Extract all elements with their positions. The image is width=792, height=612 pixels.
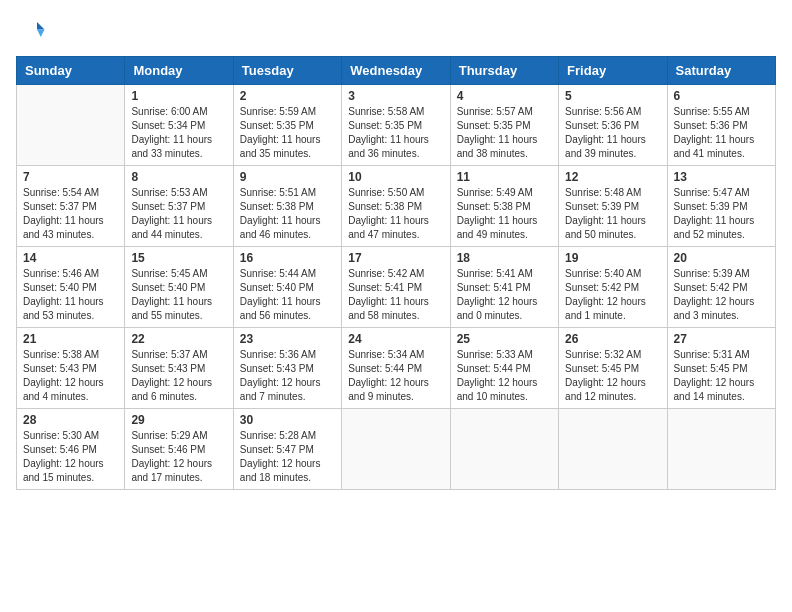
svg-marker-0 bbox=[37, 22, 45, 30]
calendar-cell: 25 Sunrise: 5:33 AMSunset: 5:44 PMDaylig… bbox=[450, 328, 558, 409]
day-info: Sunrise: 5:50 AMSunset: 5:38 PMDaylight:… bbox=[348, 186, 443, 242]
day-number: 9 bbox=[240, 170, 335, 184]
calendar-cell bbox=[559, 409, 667, 490]
day-info: Sunrise: 5:56 AMSunset: 5:36 PMDaylight:… bbox=[565, 105, 660, 161]
calendar-cell: 10 Sunrise: 5:50 AMSunset: 5:38 PMDaylig… bbox=[342, 166, 450, 247]
calendar-cell: 24 Sunrise: 5:34 AMSunset: 5:44 PMDaylig… bbox=[342, 328, 450, 409]
svg-marker-1 bbox=[37, 30, 45, 38]
day-number: 29 bbox=[131, 413, 226, 427]
day-number: 25 bbox=[457, 332, 552, 346]
calendar-cell: 28 Sunrise: 5:30 AMSunset: 5:46 PMDaylig… bbox=[17, 409, 125, 490]
day-info: Sunrise: 5:54 AMSunset: 5:37 PMDaylight:… bbox=[23, 186, 118, 242]
week-row-5: 28 Sunrise: 5:30 AMSunset: 5:46 PMDaylig… bbox=[17, 409, 776, 490]
day-info: Sunrise: 5:29 AMSunset: 5:46 PMDaylight:… bbox=[131, 429, 226, 485]
day-info: Sunrise: 5:47 AMSunset: 5:39 PMDaylight:… bbox=[674, 186, 769, 242]
day-number: 3 bbox=[348, 89, 443, 103]
day-number: 2 bbox=[240, 89, 335, 103]
weekday-header-wednesday: Wednesday bbox=[342, 57, 450, 85]
day-number: 13 bbox=[674, 170, 769, 184]
calendar-cell: 2 Sunrise: 5:59 AMSunset: 5:35 PMDayligh… bbox=[233, 85, 341, 166]
calendar-cell: 4 Sunrise: 5:57 AMSunset: 5:35 PMDayligh… bbox=[450, 85, 558, 166]
day-info: Sunrise: 5:32 AMSunset: 5:45 PMDaylight:… bbox=[565, 348, 660, 404]
day-info: Sunrise: 5:34 AMSunset: 5:44 PMDaylight:… bbox=[348, 348, 443, 404]
day-info: Sunrise: 5:49 AMSunset: 5:38 PMDaylight:… bbox=[457, 186, 552, 242]
page-header bbox=[16, 16, 776, 46]
calendar-cell: 16 Sunrise: 5:44 AMSunset: 5:40 PMDaylig… bbox=[233, 247, 341, 328]
weekday-header-monday: Monday bbox=[125, 57, 233, 85]
day-info: Sunrise: 5:31 AMSunset: 5:45 PMDaylight:… bbox=[674, 348, 769, 404]
day-number: 1 bbox=[131, 89, 226, 103]
day-info: Sunrise: 5:55 AMSunset: 5:36 PMDaylight:… bbox=[674, 105, 769, 161]
day-number: 10 bbox=[348, 170, 443, 184]
weekday-header-row: SundayMondayTuesdayWednesdayThursdayFrid… bbox=[17, 57, 776, 85]
day-number: 11 bbox=[457, 170, 552, 184]
calendar-cell: 9 Sunrise: 5:51 AMSunset: 5:38 PMDayligh… bbox=[233, 166, 341, 247]
week-row-3: 14 Sunrise: 5:46 AMSunset: 5:40 PMDaylig… bbox=[17, 247, 776, 328]
day-info: Sunrise: 5:37 AMSunset: 5:43 PMDaylight:… bbox=[131, 348, 226, 404]
day-number: 17 bbox=[348, 251, 443, 265]
day-info: Sunrise: 5:45 AMSunset: 5:40 PMDaylight:… bbox=[131, 267, 226, 323]
day-info: Sunrise: 5:40 AMSunset: 5:42 PMDaylight:… bbox=[565, 267, 660, 323]
calendar-cell: 20 Sunrise: 5:39 AMSunset: 5:42 PMDaylig… bbox=[667, 247, 775, 328]
day-info: Sunrise: 5:44 AMSunset: 5:40 PMDaylight:… bbox=[240, 267, 335, 323]
calendar-cell: 22 Sunrise: 5:37 AMSunset: 5:43 PMDaylig… bbox=[125, 328, 233, 409]
logo bbox=[16, 16, 50, 46]
weekday-header-sunday: Sunday bbox=[17, 57, 125, 85]
day-info: Sunrise: 5:41 AMSunset: 5:41 PMDaylight:… bbox=[457, 267, 552, 323]
calendar-cell: 17 Sunrise: 5:42 AMSunset: 5:41 PMDaylig… bbox=[342, 247, 450, 328]
day-number: 20 bbox=[674, 251, 769, 265]
calendar-cell bbox=[450, 409, 558, 490]
calendar-cell: 30 Sunrise: 5:28 AMSunset: 5:47 PMDaylig… bbox=[233, 409, 341, 490]
week-row-4: 21 Sunrise: 5:38 AMSunset: 5:43 PMDaylig… bbox=[17, 328, 776, 409]
calendar-cell: 3 Sunrise: 5:58 AMSunset: 5:35 PMDayligh… bbox=[342, 85, 450, 166]
day-info: Sunrise: 5:38 AMSunset: 5:43 PMDaylight:… bbox=[23, 348, 118, 404]
day-number: 26 bbox=[565, 332, 660, 346]
day-number: 4 bbox=[457, 89, 552, 103]
day-info: Sunrise: 5:33 AMSunset: 5:44 PMDaylight:… bbox=[457, 348, 552, 404]
calendar-cell: 13 Sunrise: 5:47 AMSunset: 5:39 PMDaylig… bbox=[667, 166, 775, 247]
day-number: 12 bbox=[565, 170, 660, 184]
day-info: Sunrise: 5:48 AMSunset: 5:39 PMDaylight:… bbox=[565, 186, 660, 242]
day-number: 18 bbox=[457, 251, 552, 265]
weekday-header-friday: Friday bbox=[559, 57, 667, 85]
day-number: 28 bbox=[23, 413, 118, 427]
calendar-cell: 6 Sunrise: 5:55 AMSunset: 5:36 PMDayligh… bbox=[667, 85, 775, 166]
day-info: Sunrise: 5:51 AMSunset: 5:38 PMDaylight:… bbox=[240, 186, 335, 242]
day-number: 21 bbox=[23, 332, 118, 346]
day-info: Sunrise: 5:53 AMSunset: 5:37 PMDaylight:… bbox=[131, 186, 226, 242]
calendar-cell: 19 Sunrise: 5:40 AMSunset: 5:42 PMDaylig… bbox=[559, 247, 667, 328]
calendar-table: SundayMondayTuesdayWednesdayThursdayFrid… bbox=[16, 56, 776, 490]
weekday-header-saturday: Saturday bbox=[667, 57, 775, 85]
calendar-cell: 12 Sunrise: 5:48 AMSunset: 5:39 PMDaylig… bbox=[559, 166, 667, 247]
day-info: Sunrise: 6:00 AMSunset: 5:34 PMDaylight:… bbox=[131, 105, 226, 161]
day-number: 19 bbox=[565, 251, 660, 265]
calendar-cell: 1 Sunrise: 6:00 AMSunset: 5:34 PMDayligh… bbox=[125, 85, 233, 166]
day-number: 14 bbox=[23, 251, 118, 265]
calendar-cell bbox=[667, 409, 775, 490]
day-info: Sunrise: 5:28 AMSunset: 5:47 PMDaylight:… bbox=[240, 429, 335, 485]
calendar-cell: 15 Sunrise: 5:45 AMSunset: 5:40 PMDaylig… bbox=[125, 247, 233, 328]
calendar-cell: 18 Sunrise: 5:41 AMSunset: 5:41 PMDaylig… bbox=[450, 247, 558, 328]
calendar-cell: 5 Sunrise: 5:56 AMSunset: 5:36 PMDayligh… bbox=[559, 85, 667, 166]
day-info: Sunrise: 5:36 AMSunset: 5:43 PMDaylight:… bbox=[240, 348, 335, 404]
calendar-cell: 23 Sunrise: 5:36 AMSunset: 5:43 PMDaylig… bbox=[233, 328, 341, 409]
day-number: 5 bbox=[565, 89, 660, 103]
calendar-cell: 14 Sunrise: 5:46 AMSunset: 5:40 PMDaylig… bbox=[17, 247, 125, 328]
day-info: Sunrise: 5:59 AMSunset: 5:35 PMDaylight:… bbox=[240, 105, 335, 161]
calendar-cell: 27 Sunrise: 5:31 AMSunset: 5:45 PMDaylig… bbox=[667, 328, 775, 409]
calendar-cell: 11 Sunrise: 5:49 AMSunset: 5:38 PMDaylig… bbox=[450, 166, 558, 247]
day-info: Sunrise: 5:30 AMSunset: 5:46 PMDaylight:… bbox=[23, 429, 118, 485]
calendar-cell bbox=[342, 409, 450, 490]
day-info: Sunrise: 5:39 AMSunset: 5:42 PMDaylight:… bbox=[674, 267, 769, 323]
week-row-2: 7 Sunrise: 5:54 AMSunset: 5:37 PMDayligh… bbox=[17, 166, 776, 247]
calendar-cell: 7 Sunrise: 5:54 AMSunset: 5:37 PMDayligh… bbox=[17, 166, 125, 247]
day-number: 7 bbox=[23, 170, 118, 184]
day-info: Sunrise: 5:42 AMSunset: 5:41 PMDaylight:… bbox=[348, 267, 443, 323]
day-number: 16 bbox=[240, 251, 335, 265]
day-info: Sunrise: 5:58 AMSunset: 5:35 PMDaylight:… bbox=[348, 105, 443, 161]
day-number: 15 bbox=[131, 251, 226, 265]
calendar-cell: 26 Sunrise: 5:32 AMSunset: 5:45 PMDaylig… bbox=[559, 328, 667, 409]
calendar-cell: 21 Sunrise: 5:38 AMSunset: 5:43 PMDaylig… bbox=[17, 328, 125, 409]
day-number: 30 bbox=[240, 413, 335, 427]
calendar-cell bbox=[17, 85, 125, 166]
